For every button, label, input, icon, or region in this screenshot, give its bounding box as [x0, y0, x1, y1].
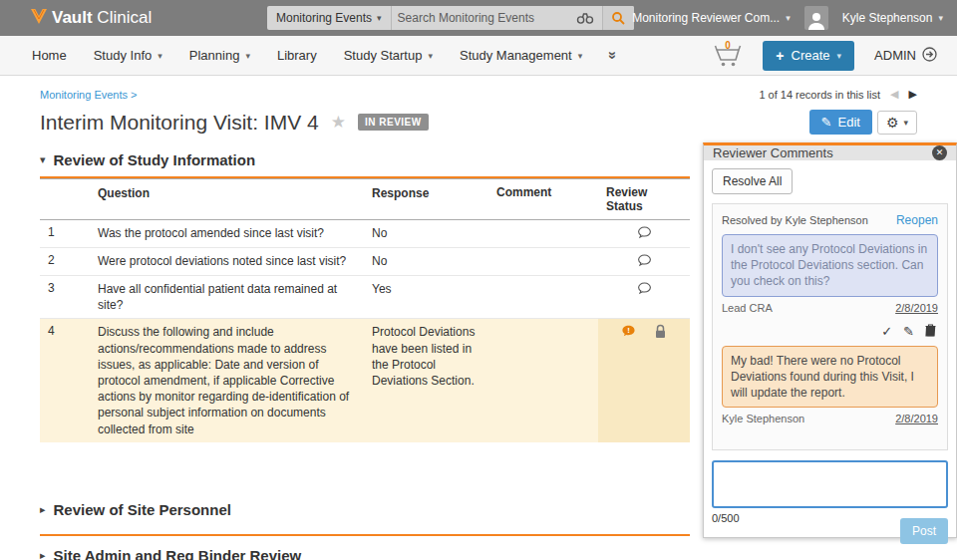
edit-pencil-icon[interactable]: ✎: [903, 325, 914, 338]
top-right-controls: Monitoring Reviewer Com... ▾ Kyle Stephe…: [632, 0, 943, 36]
breadcrumb[interactable]: Monitoring Events>: [40, 89, 137, 101]
close-icon[interactable]: ✕: [932, 145, 947, 160]
cart-icon[interactable]: 0: [713, 43, 743, 69]
gear-icon: ⚙: [886, 115, 899, 131]
col-header-number: [40, 179, 90, 219]
table-row: 1 Was the protocol amended since last vi…: [40, 220, 690, 248]
breadcrumb-separator: >: [131, 89, 137, 101]
questions-table: Question Response Comment Review Status …: [40, 178, 690, 442]
chevron-down-icon: ▾: [578, 51, 583, 61]
character-counter: 0/500: [712, 512, 740, 524]
chevron-down-icon: ▾: [245, 51, 250, 61]
chevron-down-icon: ▾: [428, 51, 433, 61]
edit-button[interactable]: ✎ Edit: [809, 110, 872, 135]
panel-title: Reviewer Comments: [713, 145, 833, 160]
table-row: 2 Were protocol deviations noted since l…: [40, 248, 690, 276]
post-row: 0/500 Post: [712, 512, 948, 544]
page-title-row: Interim Monitoring Visit: IMV 4 ★ IN REV…: [40, 110, 917, 135]
comment-thread: Resolved by Kyle Stephenson Reopen I don…: [712, 203, 948, 450]
panel-header: Reviewer Comments ✕: [704, 145, 956, 160]
binoculars-icon[interactable]: [576, 11, 602, 25]
expanded-triangle-icon: ▾: [40, 153, 46, 166]
nav-item-study-info[interactable]: Study Info▾: [94, 48, 162, 63]
col-header-review-status: Review Status: [598, 179, 690, 219]
brand-text: Vault Clinical: [52, 8, 152, 28]
resolve-check-icon[interactable]: ✓: [881, 325, 892, 338]
delete-trash-icon[interactable]: [925, 324, 936, 339]
comment-cell: [488, 319, 598, 441]
chevron-down-icon: ▾: [837, 51, 842, 61]
resolved-status-row: Resolved by Kyle Stephenson Reopen: [722, 213, 938, 227]
cart-count-badge: 0: [725, 40, 731, 51]
unresolved-comment-alert-icon[interactable]: !: [621, 324, 636, 341]
vault-clinical-logo[interactable]: Vault Clinical: [30, 8, 152, 29]
response-cell: Protocol Deviations have been listed in …: [364, 319, 488, 441]
admin-link[interactable]: ADMIN: [874, 47, 937, 65]
actions-gear-button[interactable]: ⚙ ▾: [877, 111, 917, 135]
section-header[interactable]: ▸ Site Admin and Reg Binder Review: [40, 547, 690, 560]
search-bar: Monitoring Events ▾: [267, 6, 634, 30]
reopen-link[interactable]: Reopen: [896, 213, 938, 227]
question-cell: Discuss the following and include action…: [90, 319, 364, 441]
comment-bubble-reply: My bad! There were no Protocol Deviation…: [722, 346, 938, 409]
edit-button-label: Edit: [838, 115, 860, 130]
table-row-flagged: 4 Discuss the following and include acti…: [40, 319, 690, 441]
new-comment-input[interactable]: [712, 460, 948, 508]
section-header[interactable]: ▾ Review of Study Information: [40, 151, 690, 168]
comment-date-link[interactable]: 2/8/2019: [895, 413, 938, 424]
resolve-all-button[interactable]: Resolve All: [712, 168, 793, 194]
search-scope-dropdown[interactable]: Monitoring Events ▾: [267, 6, 392, 30]
page-title: Interim Monitoring Visit: IMV 4: [40, 111, 319, 135]
records-count-label: 1 of 14 records in this list: [759, 89, 880, 101]
app-window: Vault Clinical Monitoring Events ▾ Monit…: [0, 0, 957, 560]
section-header[interactable]: ▸ Review of Site Personnel: [40, 501, 690, 518]
create-button-label: Create: [792, 48, 830, 63]
nav-item-home[interactable]: Home: [32, 48, 67, 63]
lock-icon: [654, 324, 667, 342]
post-button[interactable]: Post: [900, 518, 948, 544]
comment-date-link[interactable]: 2/8/2019: [895, 302, 938, 314]
section-site-admin-reg-binder: ▸ Site Admin and Reg Binder Review: [40, 536, 690, 560]
nav-item-planning[interactable]: Planning▾: [189, 48, 250, 63]
plus-icon: +: [776, 48, 784, 64]
collapsed-triangle-icon: ▸: [40, 503, 46, 516]
more-nav-chevron-icon[interactable]: »: [605, 51, 622, 59]
breadcrumb-row: Monitoring Events> 1 of 14 records in th…: [40, 88, 917, 101]
chevron-down-icon: ▾: [377, 13, 382, 23]
search-button[interactable]: [602, 6, 634, 30]
pencil-icon: ✎: [821, 115, 832, 130]
response-cell: Yes: [364, 276, 488, 318]
previous-record-arrow[interactable]: ◀: [890, 88, 898, 101]
row-number: 1: [40, 220, 90, 247]
search-input[interactable]: [392, 11, 576, 25]
col-header-response: Response: [364, 179, 488, 219]
section-title: Review of Site Personnel: [54, 501, 231, 518]
comment-author: Lead CRA: [722, 302, 773, 314]
next-record-arrow[interactable]: ▶: [909, 88, 917, 101]
question-cell: Was the protocol amended since last visi…: [90, 220, 364, 247]
panel-body: Resolve All Resolved by Kyle Stephenson …: [704, 160, 956, 554]
chevron-down-icon: ▾: [903, 118, 908, 128]
section-title: Site Admin and Reg Binder Review: [54, 547, 302, 560]
response-cell: No: [364, 220, 488, 247]
collapsed-triangle-icon: ▸: [40, 549, 46, 560]
comment-cell: [488, 276, 598, 318]
comment-bubble-icon[interactable]: [637, 281, 652, 298]
nav-item-study-startup[interactable]: Study Startup▾: [344, 48, 433, 63]
comment-bubble-icon[interactable]: [637, 253, 652, 270]
view-selector-dropdown[interactable]: Monitoring Reviewer Com... ▾: [632, 11, 791, 25]
nav-items: Home Study Info▾ Planning▾ Library Study…: [32, 47, 618, 64]
table-row: 3 Have all confidential patient data rem…: [40, 276, 690, 319]
comment-meta: Kyle Stephenson 2/8/2019: [722, 413, 938, 424]
comment-bubble-icon[interactable]: [637, 225, 652, 242]
user-avatar[interactable]: [804, 6, 828, 30]
resolved-by-label: Resolved by Kyle Stephenson: [722, 214, 868, 226]
create-button[interactable]: + Create ▾: [763, 41, 854, 71]
nav-right-controls: 0 + Create ▾ ADMIN: [713, 41, 937, 71]
favorite-star-icon[interactable]: ★: [331, 112, 346, 133]
question-cell: Were protocol deviations noted since las…: [90, 248, 364, 275]
nav-item-library[interactable]: Library: [277, 48, 317, 63]
nav-item-study-management[interactable]: Study Management▾: [460, 48, 582, 63]
reviewer-comments-panel: Reviewer Comments ✕ Resolve All Resolved…: [703, 142, 957, 538]
user-menu-dropdown[interactable]: Kyle Stephenson ▾: [842, 11, 943, 25]
